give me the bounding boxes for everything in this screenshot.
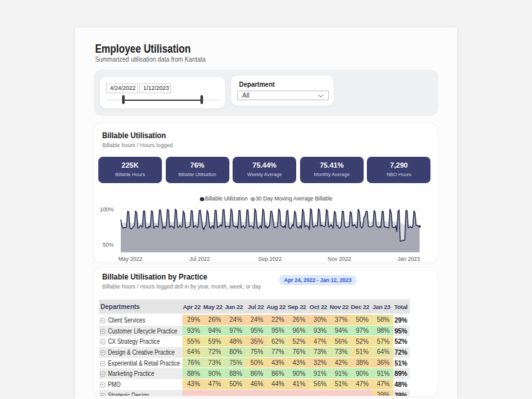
svg-text:Sep 2022: Sep 2022 — [258, 256, 282, 262]
svg-text:50%: 50% — [103, 242, 114, 248]
svg-text:Jul 2022: Jul 2022 — [190, 256, 210, 262]
svg-text:May 2022: May 2022 — [118, 256, 143, 262]
svg-text:100%: 100% — [100, 206, 114, 213]
svg-text:Jan 2023: Jan 2023 — [398, 256, 420, 262]
svg-text:Nov 2022: Nov 2022 — [328, 256, 351, 262]
